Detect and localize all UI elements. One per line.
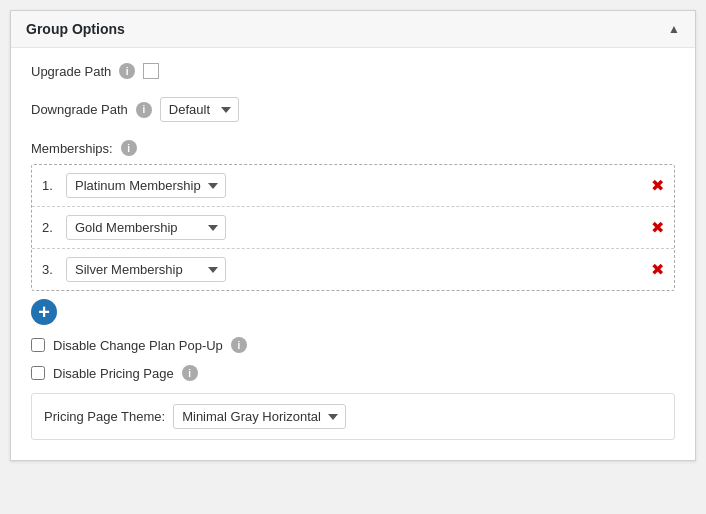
disable-pricing-label: Disable Pricing Page (53, 366, 174, 381)
panel-body: Upgrade Path i Downgrade Path i Default … (11, 48, 695, 460)
pricing-theme-select[interactable]: Minimal Gray Horizontal Default Classic (173, 404, 346, 429)
memberships-info-icon[interactable]: i (121, 140, 137, 156)
pricing-theme-section: Pricing Page Theme: Minimal Gray Horizon… (31, 393, 675, 440)
disable-change-plan-row: Disable Change Plan Pop-Up i (31, 337, 675, 353)
upgrade-path-info-icon[interactable]: i (119, 63, 135, 79)
upgrade-path-checkbox[interactable] (143, 63, 159, 79)
panel-title: Group Options (26, 21, 125, 37)
group-options-panel: Group Options ▲ Upgrade Path i Downgrade… (10, 10, 696, 461)
membership-remove-1[interactable]: ✖ (651, 178, 664, 194)
membership-list: 1. Platinum Membership Gold Membership S… (31, 164, 675, 291)
downgrade-path-row: Downgrade Path i Default None Custom (31, 97, 675, 122)
add-membership-button[interactable]: + (31, 299, 57, 325)
upgrade-path-row: Upgrade Path i (31, 63, 675, 79)
disable-pricing-row: Disable Pricing Page i (31, 365, 675, 381)
disable-change-plan-checkbox[interactable] (31, 338, 45, 352)
disable-pricing-checkbox[interactable] (31, 366, 45, 380)
membership-select-3[interactable]: Platinum Membership Gold Membership Silv… (66, 257, 226, 282)
membership-number-2: 2. (42, 220, 60, 235)
memberships-label-row: Memberships: i (31, 140, 675, 156)
downgrade-path-select[interactable]: Default None Custom (160, 97, 239, 122)
pricing-theme-label: Pricing Page Theme: (44, 409, 165, 424)
memberships-label: Memberships: (31, 141, 113, 156)
membership-number-3: 3. (42, 262, 60, 277)
disable-change-plan-info-icon[interactable]: i (231, 337, 247, 353)
membership-item-3: 3. Platinum Membership Gold Membership S… (32, 249, 674, 290)
membership-remove-2[interactable]: ✖ (651, 220, 664, 236)
memberships-section: Memberships: i 1. Platinum Membership Go… (31, 140, 675, 325)
downgrade-path-label: Downgrade Path (31, 102, 128, 117)
panel-header: Group Options ▲ (11, 11, 695, 48)
membership-number-1: 1. (42, 178, 60, 193)
membership-item-1: 1. Platinum Membership Gold Membership S… (32, 165, 674, 207)
panel-toggle-icon[interactable]: ▲ (668, 22, 680, 36)
membership-select-2[interactable]: Platinum Membership Gold Membership Silv… (66, 215, 226, 240)
membership-remove-3[interactable]: ✖ (651, 262, 664, 278)
membership-select-1[interactable]: Platinum Membership Gold Membership Silv… (66, 173, 226, 198)
disable-pricing-info-icon[interactable]: i (182, 365, 198, 381)
disable-change-plan-label: Disable Change Plan Pop-Up (53, 338, 223, 353)
membership-item-2: 2. Platinum Membership Gold Membership S… (32, 207, 674, 249)
downgrade-path-info-icon[interactable]: i (136, 102, 152, 118)
upgrade-path-label: Upgrade Path (31, 64, 111, 79)
